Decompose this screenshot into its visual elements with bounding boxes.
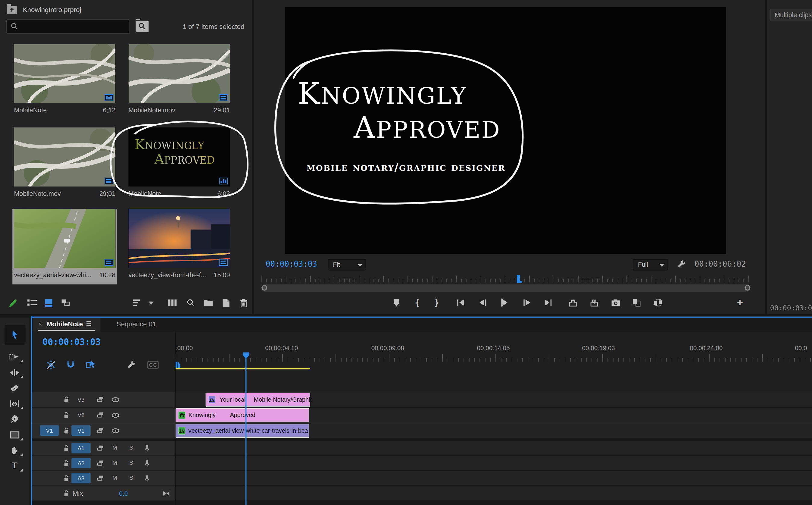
monitor-playhead[interactable]: [517, 275, 520, 283]
timeline-settings-button[interactable]: [128, 360, 136, 369]
program-video-frame[interactable]: KNOWINGLY APPROVED Mobile Notary/Graphic…: [285, 7, 726, 254]
nest-insert-toggle[interactable]: [46, 360, 56, 370]
playback-resolution-dropdown[interactable]: Full: [633, 259, 668, 271]
monitor-zoom-scrollbar[interactable]: [261, 285, 750, 292]
sync-lock-icon[interactable]: [97, 396, 104, 402]
go-to-out-button[interactable]: [545, 296, 552, 309]
new-bin-icon[interactable]: [204, 298, 214, 307]
chevron-down-icon[interactable]: [149, 302, 154, 307]
project-item[interactable]: MobileNote.mov 29;01: [127, 44, 231, 120]
track-visibility-eye-icon[interactable]: [112, 397, 120, 402]
lock-icon[interactable]: [63, 460, 69, 467]
panel-menu-icon[interactable]: ☰: [86, 320, 91, 328]
freeform-view-icon[interactable]: [61, 298, 70, 307]
selection-tool[interactable]: [5, 325, 25, 344]
track-label-a1[interactable]: A1: [71, 443, 91, 453]
track-label-a2[interactable]: A2: [71, 458, 91, 468]
timeline-timecode[interactable]: 00:00:03:03: [42, 337, 101, 347]
solo-button[interactable]: S: [130, 445, 134, 451]
list-view-icon[interactable]: [27, 298, 37, 307]
mix-level-value[interactable]: 0.0: [119, 490, 128, 497]
ripple-edit-tool[interactable]: [5, 366, 24, 379]
project-item[interactable]: MobileNote.mov 29;01: [12, 128, 117, 203]
mute-button[interactable]: M: [112, 460, 117, 466]
source-patch-v1[interactable]: V1: [40, 426, 59, 436]
type-tool[interactable]: T: [5, 459, 24, 473]
lock-icon[interactable]: [63, 490, 69, 497]
snap-toggle[interactable]: [66, 360, 75, 369]
find-in-project-button[interactable]: [136, 21, 149, 32]
export-frame-button[interactable]: [611, 296, 620, 309]
sort-icon[interactable]: [133, 298, 143, 307]
find-icon[interactable]: [186, 298, 195, 307]
captions-toggle[interactable]: CC: [147, 361, 159, 369]
track-label-a3[interactable]: A3: [71, 473, 91, 483]
lock-icon[interactable]: [63, 412, 69, 418]
project-bin-icon[interactable]: [7, 6, 17, 14]
icon-view-icon[interactable]: [45, 298, 53, 307]
work-area-bar[interactable]: [176, 368, 310, 369]
track-a1-content[interactable]: [176, 441, 812, 456]
solo-button[interactable]: S: [130, 475, 134, 481]
track-a2-content[interactable]: [176, 456, 812, 471]
rectangle-tool[interactable]: [5, 428, 24, 442]
linked-selection-toggle[interactable]: [86, 360, 96, 368]
sync-lock-icon[interactable]: [97, 412, 104, 418]
project-item[interactable]: KNOWINGLY APPROVED MobileNote 6:02: [127, 128, 231, 203]
mix-track-content[interactable]: [176, 486, 812, 501]
tab-mobilenote[interactable]: × MobileNote ☰: [33, 318, 100, 331]
solo-button[interactable]: S: [130, 460, 134, 466]
voiceover-mic-icon[interactable]: [144, 475, 150, 482]
horizontal-divider[interactable]: [0, 314, 812, 317]
play-button[interactable]: [501, 296, 508, 309]
sync-lock-icon[interactable]: [97, 445, 104, 451]
tab-sequence01[interactable]: Sequence 01: [117, 320, 156, 328]
pen-tool[interactable]: [5, 412, 24, 426]
comparison-view-button[interactable]: [654, 296, 663, 309]
project-item[interactable]: vecteezy_view-from-the-f... 15:09: [127, 209, 231, 285]
scrollbar-right-handle[interactable]: [745, 285, 750, 291]
mute-button[interactable]: M: [112, 475, 117, 481]
voiceover-mic-icon[interactable]: [144, 445, 150, 452]
zoom-level-dropdown[interactable]: Fit: [328, 259, 366, 271]
multi-camera-button[interactable]: [632, 296, 641, 309]
current-timecode[interactable]: 00:00:03:03: [266, 260, 317, 269]
track-a3-content[interactable]: [176, 471, 812, 486]
automate-to-sequence-icon[interactable]: [167, 298, 177, 307]
track-label-v2[interactable]: V2: [71, 408, 91, 422]
hand-tool[interactable]: [5, 444, 24, 457]
mute-button[interactable]: M: [112, 445, 117, 451]
razor-tool[interactable]: [5, 381, 24, 395]
lock-icon[interactable]: [63, 427, 69, 434]
lock-icon[interactable]: [63, 475, 69, 482]
search-input[interactable]: [6, 19, 130, 34]
project-item-selected[interactable]: vecteezy_aerial-view-whi... 10:28: [12, 209, 117, 285]
slip-tool[interactable]: [5, 397, 24, 410]
clip-v1-video[interactable]: fx vecteezy_aerial-view-white-car-travel…: [176, 424, 309, 438]
settings-wrench-icon[interactable]: [677, 260, 686, 268]
new-item-icon[interactable]: [222, 298, 230, 308]
scrollbar-left-handle[interactable]: [261, 285, 267, 291]
keyframe-bowtie-icon[interactable]: [163, 491, 170, 496]
sync-lock-icon[interactable]: [97, 460, 104, 467]
step-forward-button[interactable]: [524, 296, 530, 309]
mark-out-button[interactable]: }: [435, 296, 438, 309]
track-visibility-eye-icon[interactable]: [112, 412, 120, 418]
add-marker-button[interactable]: [394, 296, 399, 309]
trash-icon[interactable]: [239, 298, 248, 308]
sync-lock-icon[interactable]: [97, 475, 104, 482]
close-icon[interactable]: ×: [38, 320, 42, 328]
mark-in-button[interactable]: {: [416, 296, 419, 309]
clip-v3-graphic[interactable]: fx Your local Mobile Notary/Graphic: [206, 392, 310, 406]
button-editor-plus[interactable]: +: [737, 296, 743, 309]
project-item[interactable]: MobileNote 6;12: [12, 44, 117, 120]
voiceover-mic-icon[interactable]: [144, 460, 150, 467]
step-back-button[interactable]: [479, 296, 486, 309]
track-visibility-eye-icon[interactable]: [112, 428, 120, 434]
clip-v2-graphic[interactable]: fx Knowingly Approved: [176, 408, 309, 422]
lift-button[interactable]: [569, 296, 577, 309]
extract-button[interactable]: [590, 296, 598, 309]
track-select-forward-tool[interactable]: [5, 350, 24, 363]
sync-lock-icon[interactable]: [97, 427, 104, 434]
track-label-v3[interactable]: V3: [71, 392, 91, 407]
